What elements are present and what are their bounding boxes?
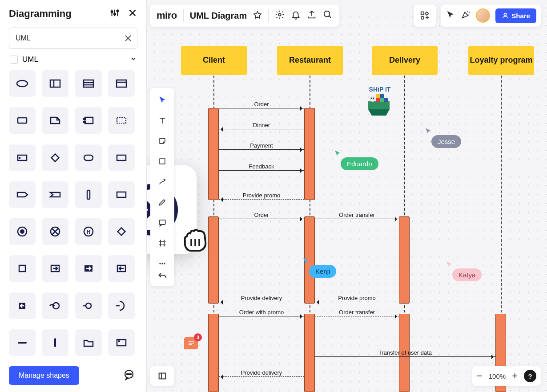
message-arrow[interactable] (219, 376, 304, 377)
bell-icon[interactable] (291, 10, 301, 21)
ship-it-sticker[interactable]: SHiP IT (364, 85, 396, 121)
star-icon[interactable] (253, 10, 262, 21)
message-arrow[interactable] (219, 219, 304, 219)
shape-window[interactable] (108, 70, 135, 97)
shape-component[interactable] (75, 107, 102, 134)
shape-arrow-right-solid[interactable] (75, 255, 102, 282)
category-row-uml[interactable]: UML (9, 55, 137, 64)
shape-dashed-rect[interactable] (108, 107, 135, 134)
shape-ellipse[interactable] (9, 70, 36, 97)
shape-initial-state[interactable] (9, 218, 36, 245)
cursor-present-icon[interactable] (446, 10, 455, 21)
shape-terminate[interactable] (42, 218, 68, 245)
zoom-in-button[interactable]: + (512, 370, 518, 382)
shape-history[interactable]: H (75, 218, 102, 245)
shape-class[interactable] (42, 70, 68, 97)
message-arrow[interactable] (219, 129, 304, 129)
svg-marker-79 (254, 12, 261, 19)
export-icon[interactable] (307, 10, 317, 21)
shape-branch[interactable] (108, 218, 135, 245)
category-checkbox[interactable] (10, 56, 18, 64)
shape-rect2[interactable] (108, 144, 135, 171)
feedback-icon[interactable] (123, 369, 135, 382)
message-arrow[interactable] (315, 302, 399, 302)
divider (183, 9, 184, 22)
activation-bar[interactable] (208, 108, 219, 200)
lifeline-delivery[interactable]: Delivery (372, 46, 438, 75)
search-clear-icon[interactable] (124, 34, 132, 42)
svg-line-90 (469, 15, 470, 15)
message-arrow[interactable] (219, 316, 304, 316)
gear-icon[interactable] (275, 10, 285, 21)
board-title[interactable]: UML Diagram (190, 11, 247, 21)
shape-arrow-left-box[interactable] (108, 255, 135, 282)
message-label: Feedback (249, 163, 274, 170)
shape-tool[interactable] (153, 152, 172, 171)
shape-signal-receive[interactable] (42, 181, 68, 208)
shape-rect[interactable] (9, 107, 36, 134)
chevron-down-icon[interactable] (130, 56, 137, 64)
shape-arrow-left-solid[interactable] (9, 292, 36, 319)
lifeline-client[interactable]: Client (181, 46, 247, 75)
shape-connector[interactable] (75, 292, 102, 319)
undo-button[interactable] (150, 267, 174, 286)
shape-activation-bar[interactable] (75, 181, 102, 208)
frame-tool[interactable] (153, 234, 172, 252)
message-arrow[interactable] (219, 302, 304, 302)
activation-bar[interactable] (304, 314, 315, 392)
svg-rect-7 (384, 98, 388, 102)
apps-button[interactable] (414, 4, 436, 27)
shape-vbar[interactable] (42, 329, 68, 356)
zoom-level[interactable]: 100% (489, 372, 506, 380)
shape-port-rect[interactable] (9, 144, 36, 171)
message-arrow[interactable] (219, 108, 304, 108)
search-icon[interactable] (323, 10, 333, 21)
pen-tool[interactable] (153, 193, 172, 212)
user-avatar[interactable] (476, 8, 490, 23)
sidebar-settings-icon[interactable] (110, 8, 120, 20)
shape-arrow-right-box[interactable] (42, 255, 68, 282)
shape-folder[interactable] (75, 329, 102, 356)
shape-signal-send[interactable] (9, 181, 36, 208)
collaborator-label: Eduardo (341, 157, 378, 170)
message-arrow[interactable] (315, 219, 399, 219)
select-tool[interactable] (153, 91, 172, 109)
frames-button[interactable] (150, 366, 174, 386)
shape-card[interactable] (108, 329, 135, 356)
message-arrow[interactable] (315, 356, 495, 357)
shape-hbar[interactable] (9, 329, 36, 356)
activation-bar[interactable] (208, 314, 219, 392)
lifeline-restaurant[interactable]: Restaurant (277, 46, 343, 75)
comment-bubble[interactable]: 3 (184, 337, 198, 349)
shape-note[interactable] (42, 107, 68, 134)
shape-square[interactable] (9, 255, 36, 282)
svg-rect-42 (117, 118, 126, 123)
message-arrow[interactable] (219, 170, 304, 171)
shape-roundrect[interactable] (75, 144, 102, 171)
comment-tool[interactable] (153, 213, 172, 232)
confetti-icon[interactable] (461, 10, 471, 21)
shape-pin[interactable] (108, 181, 135, 208)
shape-flow-final[interactable] (42, 292, 68, 319)
shape-diamond[interactable] (42, 144, 68, 171)
message-arrow[interactable] (219, 149, 304, 150)
message-arrow[interactable] (315, 316, 399, 316)
sidebar-close-icon[interactable] (128, 8, 137, 20)
svg-rect-33 (84, 80, 93, 87)
manage-shapes-button[interactable]: Manage shapes (9, 366, 79, 385)
miro-logo[interactable]: miro (157, 10, 177, 21)
share-button[interactable]: Share (495, 8, 536, 23)
zoom-out-button[interactable]: − (477, 370, 483, 382)
sticky-tool[interactable] (153, 132, 172, 150)
activation-bar[interactable] (304, 108, 315, 200)
message-arrow[interactable] (219, 199, 304, 200)
connect-tool[interactable] (153, 172, 172, 191)
lifeline-loyalty[interactable]: Loyalty program (468, 46, 534, 75)
activation-bar[interactable] (399, 216, 410, 304)
text-tool[interactable] (153, 111, 172, 130)
message-label: Order (254, 212, 269, 218)
shape-half-circle[interactable] (108, 292, 135, 319)
help-button[interactable]: ? (524, 370, 536, 382)
shape-search-input[interactable] (9, 28, 137, 49)
shape-table[interactable] (75, 70, 102, 97)
